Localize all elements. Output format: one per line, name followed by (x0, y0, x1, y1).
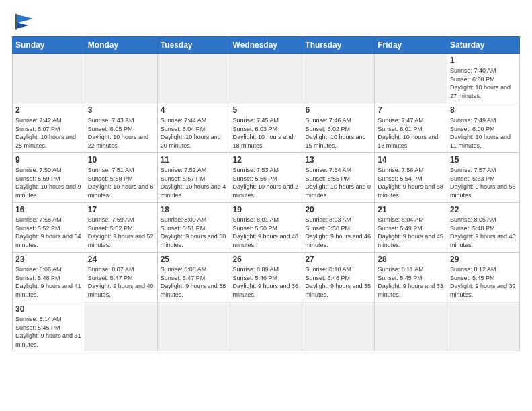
calendar-cell: 6Sunrise: 7:46 AM Sunset: 6:02 PM Daylig… (302, 103, 375, 153)
day-info: Sunrise: 7:57 AM Sunset: 5:53 PM Dayligh… (450, 166, 517, 199)
day-number: 21 (378, 205, 444, 214)
calendar-cell: 14Sunrise: 7:56 AM Sunset: 5:54 PM Dayli… (375, 153, 447, 203)
calendar-cell: 30Sunrise: 8:14 AM Sunset: 5:45 PM Dayli… (13, 302, 85, 351)
calendar-cell: 4Sunrise: 7:44 AM Sunset: 6:04 PM Daylig… (157, 103, 230, 153)
calendar-cell (85, 302, 157, 351)
calendar-cell: 21Sunrise: 8:04 AM Sunset: 5:49 PM Dayli… (375, 203, 447, 253)
calendar-row: 30Sunrise: 8:14 AM Sunset: 5:45 PM Dayli… (13, 302, 520, 351)
calendar-cell (230, 302, 302, 351)
svg-marker-0 (17, 15, 34, 24)
day-info: Sunrise: 8:01 AM Sunset: 5:50 PM Dayligh… (233, 216, 300, 249)
calendar-cell (157, 302, 230, 351)
weekday-header-thursday: Thursday (302, 37, 375, 54)
day-number: 5 (233, 105, 300, 115)
day-number: 7 (378, 105, 444, 115)
day-info: Sunrise: 7:53 AM Sunset: 5:56 PM Dayligh… (233, 166, 300, 199)
svg-marker-1 (17, 22, 29, 29)
calendar-cell: 5Sunrise: 7:45 AM Sunset: 6:03 PM Daylig… (230, 103, 302, 153)
calendar-cell (447, 302, 520, 351)
day-info: Sunrise: 8:04 AM Sunset: 5:49 PM Dayligh… (378, 216, 444, 249)
calendar-cell (302, 302, 375, 351)
calendar-cell: 13Sunrise: 7:54 AM Sunset: 5:55 PM Dayli… (302, 153, 375, 203)
calendar-row: 23Sunrise: 8:06 AM Sunset: 5:48 PM Dayli… (13, 253, 520, 302)
day-info: Sunrise: 7:42 AM Sunset: 6:07 PM Dayligh… (15, 116, 82, 150)
day-number: 11 (161, 155, 227, 165)
day-number: 24 (88, 255, 154, 264)
day-info: Sunrise: 7:44 AM Sunset: 6:04 PM Dayligh… (161, 116, 227, 150)
day-info: Sunrise: 8:09 AM Sunset: 5:46 PM Dayligh… (233, 265, 300, 299)
svg-rect-2 (15, 14, 17, 30)
calendar-row: 2Sunrise: 7:42 AM Sunset: 6:07 PM Daylig… (13, 103, 520, 153)
day-info: Sunrise: 7:50 AM Sunset: 5:59 PM Dayligh… (15, 166, 82, 199)
calendar-cell: 28Sunrise: 8:11 AM Sunset: 5:45 PM Dayli… (375, 253, 447, 302)
header (12, 12, 520, 32)
day-number: 20 (305, 205, 371, 214)
day-number: 28 (378, 255, 444, 264)
calendar-cell: 15Sunrise: 7:57 AM Sunset: 5:53 PM Dayli… (447, 153, 520, 203)
calendar-row: 1Sunrise: 7:40 AM Sunset: 6:08 PM Daylig… (13, 54, 520, 103)
calendar-cell (157, 54, 230, 103)
calendar-cell: 11Sunrise: 7:52 AM Sunset: 5:57 PM Dayli… (157, 153, 230, 203)
calendar-cell: 17Sunrise: 7:59 AM Sunset: 5:52 PM Dayli… (85, 203, 157, 253)
day-info: Sunrise: 8:07 AM Sunset: 5:47 PM Dayligh… (88, 265, 154, 299)
calendar-row: 9Sunrise: 7:50 AM Sunset: 5:59 PM Daylig… (13, 153, 520, 203)
day-number: 6 (305, 105, 371, 115)
calendar-header-row: SundayMondayTuesdayWednesdayThursdayFrid… (13, 37, 520, 54)
calendar-cell (230, 54, 302, 103)
calendar-cell: 24Sunrise: 8:07 AM Sunset: 5:47 PM Dayli… (85, 253, 157, 302)
day-number: 15 (450, 155, 517, 165)
calendar-cell: 8Sunrise: 7:49 AM Sunset: 6:00 PM Daylig… (447, 103, 520, 153)
calendar-cell: 16Sunrise: 7:58 AM Sunset: 5:52 PM Dayli… (13, 203, 85, 253)
day-number: 8 (450, 105, 517, 115)
calendar-cell: 12Sunrise: 7:53 AM Sunset: 5:56 PM Dayli… (230, 153, 302, 203)
day-info: Sunrise: 8:08 AM Sunset: 5:47 PM Dayligh… (161, 265, 227, 299)
day-number: 29 (450, 255, 517, 264)
calendar-cell (375, 302, 447, 351)
calendar-cell: 29Sunrise: 8:12 AM Sunset: 5:45 PM Dayli… (447, 253, 520, 302)
day-info: Sunrise: 8:12 AM Sunset: 5:45 PM Dayligh… (450, 265, 517, 299)
weekday-header-tuesday: Tuesday (157, 37, 230, 54)
calendar-row: 16Sunrise: 7:58 AM Sunset: 5:52 PM Dayli… (13, 203, 520, 253)
day-info: Sunrise: 8:06 AM Sunset: 5:48 PM Dayligh… (15, 265, 82, 299)
weekday-header-monday: Monday (85, 37, 157, 54)
calendar-cell: 7Sunrise: 7:47 AM Sunset: 6:01 PM Daylig… (375, 103, 447, 153)
day-info: Sunrise: 8:03 AM Sunset: 5:50 PM Dayligh… (305, 216, 371, 249)
calendar-cell: 18Sunrise: 8:00 AM Sunset: 5:51 PM Dayli… (157, 203, 230, 253)
page: SundayMondayTuesdayWednesdayThursdayFrid… (0, 0, 532, 411)
day-info: Sunrise: 7:58 AM Sunset: 5:52 PM Dayligh… (15, 216, 82, 249)
day-number: 1 (450, 56, 517, 65)
day-info: Sunrise: 8:05 AM Sunset: 5:48 PM Dayligh… (450, 216, 517, 249)
calendar-cell: 23Sunrise: 8:06 AM Sunset: 5:48 PM Dayli… (13, 253, 85, 302)
day-number: 4 (161, 105, 227, 115)
day-info: Sunrise: 7:51 AM Sunset: 5:58 PM Dayligh… (88, 166, 154, 199)
day-info: Sunrise: 7:47 AM Sunset: 6:01 PM Dayligh… (378, 116, 444, 150)
day-number: 22 (450, 205, 517, 214)
day-info: Sunrise: 8:00 AM Sunset: 5:51 PM Dayligh… (161, 216, 227, 249)
day-number: 16 (15, 205, 82, 214)
day-number: 19 (233, 205, 300, 214)
day-number: 3 (88, 105, 154, 115)
calendar-cell (375, 54, 447, 103)
calendar: SundayMondayTuesdayWednesdayThursdayFrid… (12, 36, 520, 351)
day-number: 27 (305, 255, 371, 264)
weekday-header-friday: Friday (375, 37, 447, 54)
calendar-cell: 3Sunrise: 7:43 AM Sunset: 6:05 PM Daylig… (85, 103, 157, 153)
day-number: 13 (305, 155, 371, 165)
day-info: Sunrise: 7:40 AM Sunset: 6:08 PM Dayligh… (450, 66, 517, 100)
day-number: 23 (15, 255, 82, 264)
calendar-cell: 26Sunrise: 8:09 AM Sunset: 5:46 PM Dayli… (230, 253, 302, 302)
day-info: Sunrise: 8:11 AM Sunset: 5:45 PM Dayligh… (378, 265, 444, 299)
calendar-cell: 10Sunrise: 7:51 AM Sunset: 5:58 PM Dayli… (85, 153, 157, 203)
day-info: Sunrise: 8:14 AM Sunset: 5:45 PM Dayligh… (15, 315, 82, 349)
calendar-cell (13, 54, 85, 103)
weekday-header-wednesday: Wednesday (230, 37, 302, 54)
logo (12, 12, 39, 32)
calendar-cell: 2Sunrise: 7:42 AM Sunset: 6:07 PM Daylig… (13, 103, 85, 153)
calendar-cell (302, 54, 375, 103)
calendar-cell (85, 54, 157, 103)
day-number: 10 (88, 155, 154, 165)
day-number: 2 (15, 105, 82, 115)
day-number: 9 (15, 155, 82, 165)
calendar-cell: 1Sunrise: 7:40 AM Sunset: 6:08 PM Daylig… (447, 54, 520, 103)
day-number: 30 (15, 304, 82, 314)
